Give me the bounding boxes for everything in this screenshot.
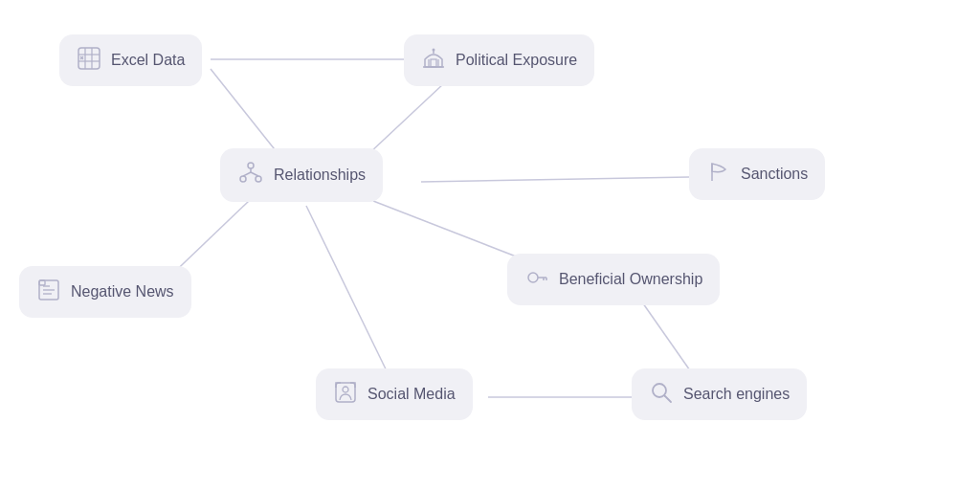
svg-line-27	[251, 172, 258, 176]
relationships-label: Relationships	[274, 167, 366, 184]
svg-point-18	[433, 49, 435, 52]
node-excel: Excel Data	[59, 34, 202, 86]
svg-point-22	[248, 163, 254, 168]
svg-rect-19	[431, 59, 436, 67]
svg-point-34	[528, 273, 538, 282]
svg-line-26	[243, 172, 251, 176]
social-label: Social Media	[368, 386, 456, 403]
social-icon	[333, 380, 358, 409]
node-sanctions: Sanctions	[689, 148, 825, 200]
search-label: Search engines	[683, 386, 790, 403]
political-label: Political Exposure	[456, 52, 577, 69]
excel-icon	[77, 46, 101, 75]
svg-point-23	[240, 176, 246, 182]
beneficial-icon	[524, 265, 549, 294]
svg-line-41	[665, 396, 672, 403]
node-search: Search engines	[632, 368, 807, 420]
svg-point-24	[256, 176, 261, 182]
node-beneficial: Beneficial Ownership	[507, 254, 720, 305]
node-negative: Negative News	[19, 266, 191, 318]
search-icon	[649, 380, 674, 409]
node-political: Political Exposure	[404, 34, 594, 86]
sanctions-icon	[706, 160, 731, 189]
svg-point-39	[343, 387, 348, 392]
negative-icon	[36, 278, 61, 306]
node-relationships: Relationships	[220, 148, 383, 202]
beneficial-label: Beneficial Ownership	[559, 271, 702, 288]
political-icon	[421, 46, 446, 75]
sanctions-label: Sanctions	[741, 166, 808, 183]
diagram-container: Excel Data Political Exposure	[0, 0, 980, 490]
relationships-icon	[237, 160, 264, 190]
negative-label: Negative News	[71, 283, 174, 301]
node-social: Social Media	[316, 368, 473, 420]
svg-line-6	[306, 206, 392, 383]
excel-label: Excel Data	[111, 52, 185, 69]
svg-line-3	[421, 177, 689, 182]
